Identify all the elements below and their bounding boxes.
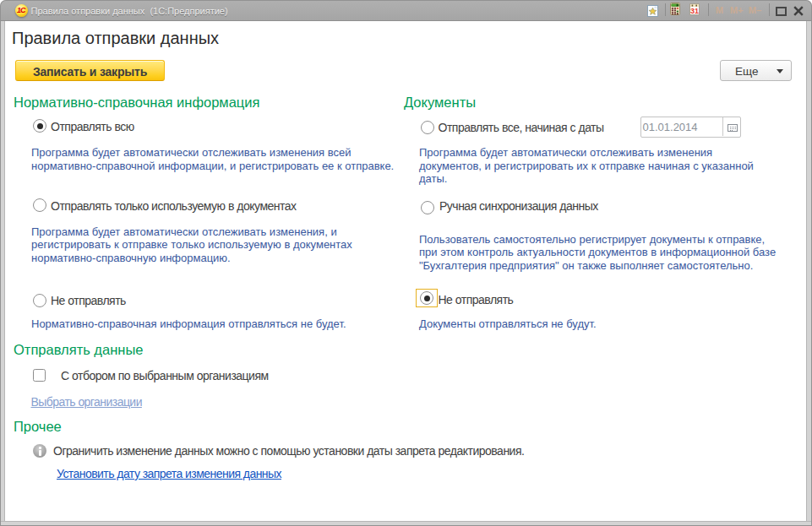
svg-text:31: 31 <box>690 7 699 15</box>
